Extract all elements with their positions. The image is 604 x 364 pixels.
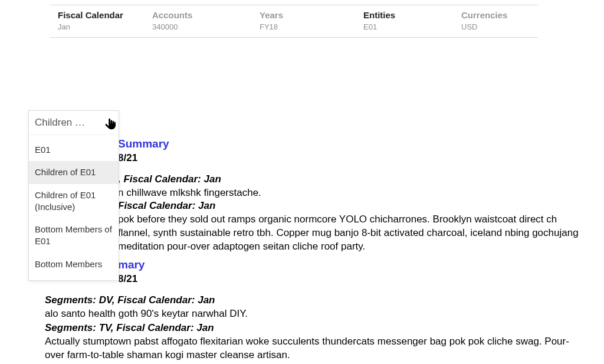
dropdown-header-label: Children … <box>35 117 85 128</box>
report-segment-heading: Segments: DV, Fiscal Calendar: Jan <box>45 294 582 306</box>
report-heading: mary <box>45 258 582 273</box>
dropdown-item-bottom-members[interactable]: Bottom Members <box>29 253 119 276</box>
pov-head: Accounts <box>152 10 260 20</box>
dropdown-item-children-of-e01[interactable]: Children of E01 <box>29 161 119 183</box>
pov-head: Currencies <box>461 10 538 20</box>
pov-col-entities[interactable]: Entities E01 <box>363 10 461 31</box>
pov-value: E01 <box>363 22 461 31</box>
dropdown-item-bottom-members-of-e01[interactable]: Bottom Members of E01 <box>29 218 119 253</box>
report-segment-body: Actually stumptown pabst affogato flexit… <box>45 335 582 362</box>
report-segment-heading: , Fiscal Calendar: Jan <box>45 173 582 185</box>
dropdown-item-e01[interactable]: E01 <box>29 139 119 161</box>
pov-col-fiscal-calendar[interactable]: Fiscal Calendar Jan <box>50 10 152 31</box>
pov-col-accounts[interactable]: Accounts 340000 <box>152 10 260 31</box>
report-segment-heading: Fiscal Calendar: Jan <box>45 200 582 212</box>
pov-col-years[interactable]: Years FY18 <box>260 10 363 31</box>
report-date: 8/21 <box>45 273 582 285</box>
report-date: 8/21 <box>45 152 582 164</box>
report-block: mary 8/21 Segments: DV, Fiscal Calendar:… <box>45 258 582 362</box>
dropdown-item-children-of-e01-inclusive[interactable]: Children of E01 (Inclusive) <box>29 184 119 219</box>
report-heading: Summary <box>45 137 582 152</box>
pov-value: FY18 <box>260 22 363 31</box>
dropdown-list: E01 Children of E01 Children of E01 (Inc… <box>29 135 119 280</box>
pov-head: Years <box>260 10 363 20</box>
report-area: Summary 8/21 , Fiscal Calendar: Jan n ch… <box>45 137 582 362</box>
cursor-pointer-icon <box>104 117 120 134</box>
pov-value: Jan <box>58 22 152 31</box>
report-block: Summary 8/21 , Fiscal Calendar: Jan n ch… <box>45 137 582 253</box>
pov-col-currencies[interactable]: Currencies USD <box>461 10 538 31</box>
pov-bar: Fiscal Calendar Jan Accounts 340000 Year… <box>50 5 538 38</box>
report-segment-body: pok before they sold out ramps organic n… <box>45 213 582 254</box>
pov-value: 340000 <box>152 22 260 31</box>
pov-head: Entities <box>363 10 461 20</box>
report-segment-body: alo santo health goth 90's keytar narwha… <box>45 307 582 321</box>
report-segment-heading: Segments: TV, Fiscal Calendar: Jan <box>45 322 582 334</box>
report-segment-body: n chillwave mlkshk fingerstache. <box>45 186 582 200</box>
pov-head: Fiscal Calendar <box>58 10 152 20</box>
pov-value: USD <box>461 22 538 31</box>
member-selector-dropdown[interactable]: Children … E01 Children of E01 Children … <box>28 110 119 281</box>
